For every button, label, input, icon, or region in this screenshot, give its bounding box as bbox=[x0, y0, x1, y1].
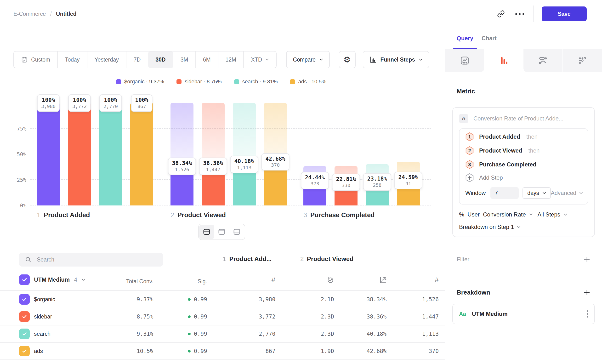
y-axis-tick: 0% bbox=[13, 203, 26, 209]
metric-heading: Metric bbox=[457, 88, 475, 95]
window-value-input[interactable] bbox=[490, 187, 519, 199]
date-range-3m[interactable]: 3M bbox=[173, 52, 196, 68]
date-range-today[interactable]: Today bbox=[58, 52, 87, 68]
measure-metric[interactable]: Conversion Rate bbox=[483, 211, 526, 218]
bar-$organic-step-1[interactable]: 100% 3,980 bbox=[37, 91, 60, 205]
chart-type-button[interactable]: Funnel Steps bbox=[363, 51, 429, 68]
topbar-actions: Save bbox=[496, 6, 587, 22]
row-step2-count: 370 bbox=[429, 348, 439, 354]
table-row-sidebar[interactable]: sidebar 8.75% 0.99 3,772 2.3D 38.36% 1,4… bbox=[0, 308, 445, 325]
step-event-name: Purchase Completed bbox=[479, 161, 536, 168]
select-all-checkbox[interactable] bbox=[19, 274, 30, 285]
breakdown-item[interactable]: Aa UTM Medium bbox=[452, 304, 595, 324]
formula-badge: A bbox=[459, 114, 468, 123]
legend-item[interactable]: search · 9.31% bbox=[234, 79, 278, 85]
chevron-down-icon[interactable] bbox=[82, 278, 85, 281]
date-range-label: 30D bbox=[155, 56, 165, 63]
compare-button[interactable]: Compare bbox=[286, 51, 330, 68]
split-view-button[interactable] bbox=[199, 225, 214, 239]
metric-formula-row[interactable]: A Conversion Rate of Product Adde... bbox=[459, 114, 588, 123]
window-unit-select[interactable]: days bbox=[523, 187, 551, 199]
add-breakdown-button[interactable] bbox=[583, 289, 591, 296]
legend-swatch bbox=[116, 79, 121, 84]
bar-ads-step-3[interactable]: 24.59% 91 bbox=[397, 91, 420, 205]
metric-step-1[interactable]: 1 Product Added then bbox=[465, 130, 582, 144]
tab-chart[interactable]: Chart bbox=[482, 35, 497, 42]
date-range-xtd[interactable]: XTD bbox=[244, 52, 276, 68]
share-link-icon[interactable] bbox=[496, 9, 506, 19]
kebab-menu-icon[interactable] bbox=[587, 310, 588, 318]
window-label: Window bbox=[465, 190, 486, 196]
row-step2-time: 2.1D bbox=[321, 296, 334, 302]
analysis-tab-funnel-bars[interactable] bbox=[484, 49, 523, 72]
bar-sidebar-step-3[interactable]: 22.81% 330 bbox=[334, 91, 357, 205]
bar-$organic-step-3[interactable]: 24.44% 373 bbox=[303, 91, 326, 205]
column-header-sig[interactable]: Sig. bbox=[198, 278, 207, 285]
legend-item[interactable]: $organic · 9.37% bbox=[116, 79, 164, 85]
table-row-organic[interactable]: $organic 9.37% 0.99 3,980 2.1D 38.34% 1,… bbox=[0, 291, 445, 308]
row-checkbox[interactable] bbox=[19, 346, 30, 356]
date-range-12m[interactable]: 12M bbox=[218, 52, 244, 68]
metric-step-2[interactable]: 2 Product Viewed then bbox=[465, 144, 582, 158]
filter-section: Filter bbox=[457, 256, 591, 263]
table-only-view-button[interactable] bbox=[229, 225, 244, 239]
bar-pct: 38.36% bbox=[203, 160, 223, 167]
date-range-7d[interactable]: 7D bbox=[126, 52, 148, 68]
table-row-search[interactable]: search 9.31% 0.99 2,770 2.3D 40.18% 1,11… bbox=[0, 325, 445, 343]
metric-step-3[interactable]: 3 Purchase Completed bbox=[465, 158, 582, 171]
breakdown-on-step-row[interactable]: Breakdown on Step 1 bbox=[459, 224, 588, 230]
row-significance: 0.99 bbox=[188, 313, 207, 320]
analysis-tab-flows[interactable] bbox=[524, 49, 562, 72]
bar-search-step-2[interactable]: 40.18% 1,113 bbox=[233, 91, 256, 205]
table-row-ads[interactable]: ads 10.5% 0.99 867 1.9D 42.68% 370 bbox=[0, 343, 445, 360]
bar-ads-step-2[interactable]: 42.68% 370 bbox=[264, 91, 287, 205]
date-range-30d[interactable]: 30D bbox=[148, 52, 173, 68]
chart-step-label-2: 2Product Viewed bbox=[171, 212, 226, 219]
bar-count: 1,526 bbox=[172, 167, 192, 173]
breadcrumb-separator: / bbox=[50, 11, 52, 17]
table-breakdown-header: UTM Medium 4 bbox=[19, 274, 85, 285]
bar-sidebar-step-1[interactable]: 100% 3,772 bbox=[68, 91, 91, 205]
more-menu-icon[interactable] bbox=[514, 9, 525, 19]
settings-button[interactable]: ⚙ bbox=[339, 51, 355, 68]
significance-value: 0.99 bbox=[194, 296, 207, 302]
step-number: 1 bbox=[223, 255, 226, 263]
add-filter-button[interactable] bbox=[583, 256, 591, 263]
breadcrumb-current[interactable]: Untitled bbox=[56, 11, 77, 17]
breakdown-column-label[interactable]: UTM Medium bbox=[34, 276, 70, 283]
legend-item[interactable]: sidebar · 8.75% bbox=[176, 79, 222, 85]
measure-scope[interactable]: All Steps bbox=[538, 211, 560, 218]
column-header-total-conv[interactable]: Total Conv. bbox=[126, 278, 153, 285]
avg-time-column-icon bbox=[327, 276, 334, 284]
bar-sidebar-step-2[interactable]: 38.36% 1,447 bbox=[202, 91, 225, 205]
row-checkbox[interactable] bbox=[19, 294, 30, 305]
bar-$organic-step-2[interactable]: 38.34% 1,526 bbox=[171, 91, 194, 205]
analysis-tab-line-chart[interactable] bbox=[445, 49, 484, 72]
save-button[interactable]: Save bbox=[542, 6, 587, 21]
date-range-yesterday[interactable]: Yesterday bbox=[87, 52, 126, 68]
bar-ads-step-1[interactable]: 100% 867 bbox=[130, 91, 153, 205]
bar-segment bbox=[37, 103, 60, 205]
bar-search-step-3[interactable]: 23.18% 258 bbox=[366, 91, 389, 205]
bar-value-label: 38.36% 1,447 bbox=[199, 158, 227, 175]
bar-search-step-1[interactable]: 100% 2,770 bbox=[99, 91, 122, 205]
advanced-toggle[interactable]: Advanced bbox=[551, 190, 583, 196]
measure-level[interactable]: User bbox=[467, 211, 480, 218]
measure-row: % User Conversion Rate All Steps bbox=[459, 211, 588, 218]
tab-query[interactable]: Query bbox=[457, 35, 473, 42]
date-range-custom[interactable]: Custom bbox=[14, 52, 58, 68]
bar-segment bbox=[130, 103, 153, 205]
row-checkbox[interactable] bbox=[19, 311, 30, 322]
chart-legend: $organic · 9.37% sidebar · 8.75% search … bbox=[13, 79, 429, 85]
add-step-label: Add Step bbox=[479, 174, 503, 181]
date-range-6m[interactable]: 6M bbox=[196, 52, 218, 68]
conversion-column-icon bbox=[379, 276, 387, 284]
breadcrumb-parent[interactable]: E-Commerce bbox=[13, 11, 46, 17]
legend-item[interactable]: ads · 10.5% bbox=[290, 79, 326, 85]
chart-only-view-button[interactable] bbox=[214, 225, 229, 239]
add-step-button[interactable]: Add Step bbox=[465, 171, 582, 184]
row-checkbox[interactable] bbox=[19, 329, 30, 339]
search-input[interactable] bbox=[36, 256, 157, 263]
analysis-tab-retention-dots[interactable] bbox=[562, 49, 602, 72]
step-labels: 1Product Added2Product Viewed3Purchase C… bbox=[13, 212, 431, 223]
